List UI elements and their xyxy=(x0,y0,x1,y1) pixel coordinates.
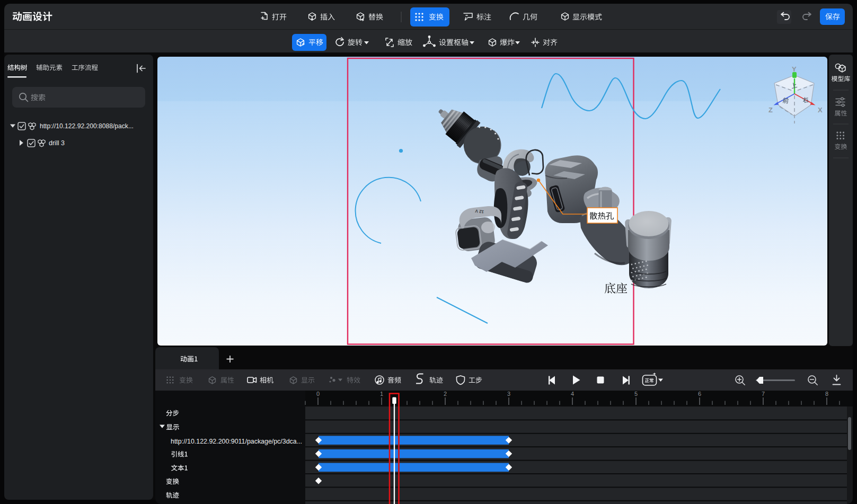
svg-text:3: 3 xyxy=(507,391,510,397)
svg-text:X: X xyxy=(818,106,823,114)
svg-text:Y: Y xyxy=(792,65,797,73)
svg-text:6: 6 xyxy=(698,391,701,397)
svg-text:drill 3: drill 3 xyxy=(49,139,65,147)
svg-text:Z: Z xyxy=(768,106,773,114)
svg-text:2: 2 xyxy=(444,391,447,397)
svg-text:1: 1 xyxy=(380,391,383,397)
svg-text:5: 5 xyxy=(634,391,638,397)
svg-text:http://10.122.92.200:9011/pack: http://10.122.92.200:9011/package/pc/3dc… xyxy=(171,438,302,445)
svg-text:7: 7 xyxy=(762,391,765,397)
svg-text:4: 4 xyxy=(571,391,574,397)
svg-text:0: 0 xyxy=(316,391,320,397)
svg-text:8: 8 xyxy=(825,391,828,397)
svg-text:http://10.122.92.200:8088/pack: http://10.122.92.200:8088/pack... xyxy=(40,122,134,130)
